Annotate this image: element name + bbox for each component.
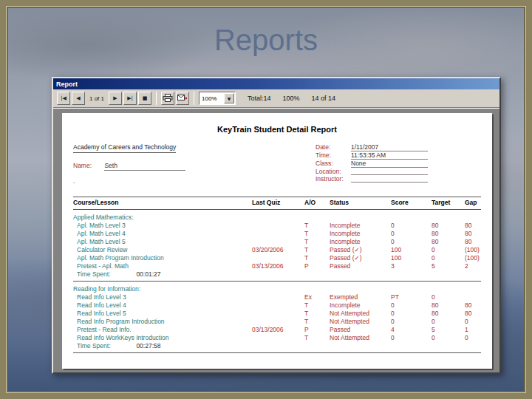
- cell-ao: P: [304, 326, 330, 334]
- page-count-label: 14 of 14: [312, 95, 336, 102]
- report-page: KeyTrain Student Detail Report Academy o…: [62, 113, 492, 369]
- time-label: Time:: [316, 151, 351, 160]
- table-header-row: Course/Lesson Last Quiz A/O Status Score…: [73, 197, 481, 210]
- cell-gap: 0: [465, 334, 481, 342]
- cell-status: Exempted: [330, 293, 391, 301]
- zoom-select[interactable]: 100% ▼: [199, 92, 236, 105]
- cell-course-lesson: Read Info Program Introduction: [73, 318, 252, 326]
- student-name-row: Name: Seth: [73, 162, 185, 171]
- cell-course-lesson: Read Info Level 4: [73, 301, 252, 310]
- table-row: Pretest - Apl. Math 03/13/2006 P Passed …: [73, 262, 481, 270]
- instructor-value: [351, 175, 428, 183]
- stop-button[interactable]: ■: [138, 92, 151, 105]
- column-header-course-lesson: Course/Lesson: [73, 199, 252, 207]
- zoom-value: 100%: [200, 95, 224, 102]
- prev-page-button[interactable]: ◀: [72, 92, 85, 105]
- time-spent-value: 00:01:27: [136, 270, 160, 278]
- toolbar-separator: [194, 92, 194, 105]
- cell-course-lesson: Apl. Math Level 3: [73, 222, 252, 230]
- cell-ao: T: [304, 254, 330, 262]
- cell-status: Incomplete: [330, 222, 391, 230]
- report-header: Academy of Careers and Technology Name: …: [73, 143, 481, 185]
- cell-status: Passed: [330, 262, 391, 270]
- cell-last-quiz: [252, 334, 304, 342]
- cell-ao: T: [304, 238, 330, 246]
- meta-row-location: Location:: [316, 168, 428, 175]
- cell-status: Passed (✓): [330, 254, 391, 262]
- window-titlebar[interactable]: Report: [53, 78, 499, 89]
- slide-title: Reports: [6, 24, 526, 57]
- table-row: Read Info WorkKeys Introduction T Not At…: [73, 334, 481, 342]
- cell-course-lesson: Pretest - Apl. Math: [73, 262, 252, 270]
- table-row: Read Info Program Introduction T Not Att…: [73, 318, 481, 326]
- section-heading: Applied Mathematics:: [73, 214, 481, 222]
- cell-gap: 80: [465, 301, 481, 310]
- student-name: Seth: [104, 162, 185, 171]
- cell-last-quiz: [252, 230, 304, 238]
- cell-course-lesson: Apl. Math Level 5: [73, 238, 252, 246]
- export-icon: [177, 94, 188, 103]
- cell-last-quiz: [252, 318, 304, 326]
- window-title: Report: [56, 81, 78, 88]
- cell-score: 4: [391, 326, 432, 334]
- time-spent-row: Time Spent: 00:01:27: [73, 270, 481, 279]
- meta-row-time: Time: 11:53:35 AM: [316, 151, 428, 160]
- cell-course-lesson: Read Info Level 3: [73, 293, 252, 301]
- report-window: Report |◀ ◀ 1 of 1 ▶ ▶| ■ 100%: [52, 77, 501, 374]
- table-row: Pretest - Read Info. 03/13/2006 P Passed…: [73, 326, 481, 334]
- table-row: Apl. Math Level 4 T Incomplete 0 80 80: [73, 230, 481, 238]
- instructor-label: Instructor:: [316, 175, 351, 183]
- export-button[interactable]: [176, 92, 189, 105]
- cell-target: 5: [432, 326, 465, 334]
- cell-ao: T: [304, 318, 330, 326]
- class-label: Class:: [316, 160, 351, 168]
- cell-course-lesson: Read Info Level 5: [73, 310, 252, 318]
- column-header-ao: A/O: [304, 199, 330, 207]
- cell-gap: [465, 293, 481, 301]
- cell-target: 80: [432, 230, 465, 238]
- cell-score: 0: [391, 310, 432, 318]
- table-row: Read Info Level 4 T Incomplete 0 80 80: [73, 301, 481, 310]
- cell-ao: T: [304, 230, 330, 238]
- cell-target: 80: [432, 238, 465, 246]
- cell-gap: (100): [465, 246, 481, 254]
- cell-gap: 0: [465, 318, 481, 326]
- cell-ao: T: [304, 334, 330, 342]
- column-header-score: Score: [391, 199, 432, 207]
- cell-gap: 2: [465, 262, 481, 270]
- report-header-left: Academy of Careers and Technology Name: …: [73, 143, 185, 185]
- next-page-button[interactable]: ▶: [109, 92, 122, 105]
- class-value: None: [351, 160, 428, 168]
- print-button[interactable]: [161, 92, 174, 105]
- first-page-button[interactable]: |◀: [57, 92, 70, 105]
- report-viewer[interactable]: KeyTrain Student Detail Report Academy o…: [53, 108, 499, 372]
- report-section-applied-math: Applied Mathematics: Apl. Math Level 3 T…: [73, 214, 481, 282]
- cell-last-quiz: 03/13/2006: [252, 262, 304, 270]
- report-meta: Date: 1/11/2007 Time: 11:53:35 AM Class:…: [316, 143, 428, 185]
- total-label: Total:14: [248, 95, 271, 102]
- report-section-reading: Reading for Information: Read Info Level…: [73, 285, 481, 353]
- cell-gap: (100): [465, 254, 481, 262]
- cell-status: Not Attempted: [330, 310, 391, 318]
- table-row: Calculator Review 03/20/2006 T Passed (✓…: [73, 246, 481, 254]
- chevron-down-icon: ▼: [224, 93, 234, 103]
- cell-last-quiz: [252, 238, 304, 246]
- last-page-button[interactable]: ▶|: [123, 92, 137, 105]
- cell-last-quiz: [252, 222, 304, 230]
- cell-last-quiz: [252, 293, 304, 301]
- cell-last-quiz: 03/13/2006: [252, 326, 304, 334]
- cell-status: Incomplete: [330, 301, 391, 310]
- slide: Reports Report |◀ ◀ 1 of 1 ▶ ▶| ■: [0, 0, 532, 399]
- cell-ao: T: [304, 222, 330, 230]
- name-label: Name:: [73, 162, 103, 170]
- cell-target: 5: [432, 262, 465, 270]
- meta-row-class: Class: None: [316, 160, 428, 168]
- cell-score: 100: [391, 246, 432, 254]
- cell-status: Not Attempted: [330, 318, 391, 326]
- cell-status: Incomplete: [330, 238, 391, 246]
- location-label: Location:: [316, 168, 351, 175]
- table-row: Read Info Level 3 Ex Exempted PT 0: [73, 293, 481, 301]
- time-spent-label: Time Spent:: [77, 270, 134, 279]
- cell-target: 0: [432, 334, 465, 342]
- report-title: KeyTrain Student Detail Report: [73, 125, 481, 134]
